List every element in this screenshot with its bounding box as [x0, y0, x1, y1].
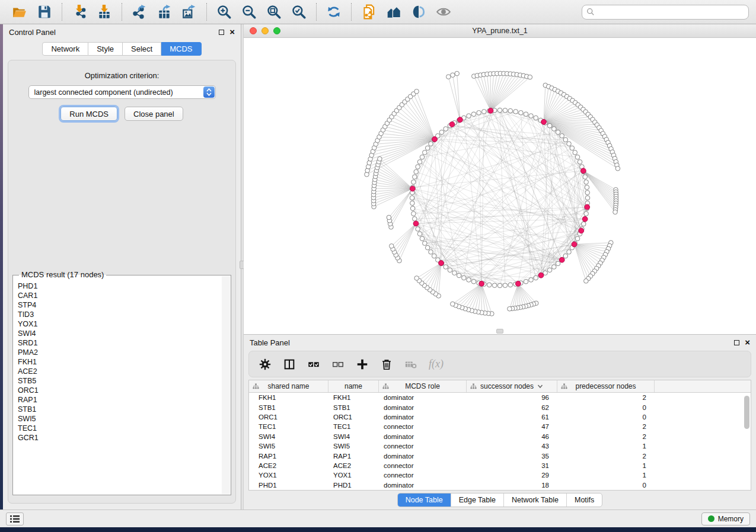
table-row[interactable]: SWI5SWI5connector431	[249, 441, 751, 451]
export-table-button[interactable]	[152, 2, 177, 22]
mcds-result-item[interactable]: YOX1	[18, 319, 231, 329]
column-header-predecessor-nodes[interactable]: predecessor nodes	[557, 380, 655, 392]
column-header-shared-name[interactable]: shared name	[249, 380, 328, 392]
zoom-in-button[interactable]	[212, 2, 237, 22]
show-hide-icon	[436, 4, 451, 20]
deselect-all-button[interactable]	[331, 358, 344, 371]
tab-style[interactable]: Style	[88, 42, 123, 56]
mcds-result-item[interactable]: STB5	[18, 376, 231, 386]
add-column-button[interactable]	[356, 358, 369, 371]
right-column: YPA_prune.txt_1 Table Panel × f(x)	[244, 24, 756, 509]
mcds-result-item[interactable]: TEC1	[18, 424, 231, 433]
import-network-button[interactable]	[67, 2, 92, 22]
toolbar-separator	[122, 3, 122, 21]
tab-network-table[interactable]: Network Table	[503, 493, 566, 507]
clone-network-button[interactable]	[356, 2, 381, 22]
import-table-button[interactable]	[92, 2, 117, 22]
zoom-selected-button[interactable]	[286, 2, 311, 22]
float-panel-icon[interactable]	[219, 30, 224, 35]
delete-column-button[interactable]	[380, 358, 393, 371]
mcds-result-item[interactable]: TID3	[18, 310, 231, 319]
mcds-result-item[interactable]: CAR1	[18, 291, 231, 300]
cell-predecessor-nodes: 1	[557, 443, 655, 450]
select-all-button[interactable]	[307, 358, 320, 371]
mcds-result-scrollbar[interactable]	[222, 276, 230, 494]
close-panel-button[interactable]: Close panel	[125, 107, 183, 121]
open-button[interactable]	[7, 2, 32, 22]
mcds-result-item[interactable]: STP4	[18, 300, 231, 310]
mcds-result-item[interactable]: PHD1	[18, 281, 231, 291]
optimization-label: Optimization criterion:	[85, 71, 160, 80]
export-network-button[interactable]	[127, 2, 152, 22]
refresh-button[interactable]	[321, 2, 346, 22]
mcds-result-item[interactable]: FKH1	[18, 357, 231, 367]
float-table-panel-icon[interactable]	[734, 340, 739, 345]
table-row[interactable]: ORC1ORC1dominator610	[249, 412, 751, 422]
toolbar-separator	[316, 3, 317, 21]
table-row[interactable]: YOX1YOX1connector291	[249, 470, 751, 480]
table-scrollbar-thumb[interactable]	[744, 396, 749, 429]
deselect-all-icon	[331, 358, 344, 371]
import-network-icon	[72, 4, 87, 20]
run-mcds-button[interactable]: Run MCDS	[60, 107, 117, 121]
show-hide-button[interactable]	[431, 2, 456, 22]
table-row[interactable]: RAP1RAP1dominator352	[249, 451, 751, 460]
toolbar-separator	[351, 3, 352, 21]
cell-name: ORC1	[328, 414, 379, 421]
mcds-result-item[interactable]: STB1	[18, 405, 231, 414]
cell-successor-nodes: 96	[467, 394, 557, 401]
graphics-details-button[interactable]	[406, 2, 431, 22]
tab-mcds[interactable]: MCDS	[161, 42, 201, 56]
network-graph[interactable]	[244, 38, 756, 334]
optimization-select[interactable]: largest connected component (undirected)	[28, 85, 216, 99]
task-history-button[interactable]	[6, 512, 24, 525]
tab-motifs[interactable]: Motifs	[566, 493, 602, 507]
search-input[interactable]	[595, 6, 744, 18]
tab-node-table[interactable]: Node Table	[398, 493, 451, 507]
column-header-MCDS-role[interactable]: MCDS role	[379, 380, 467, 392]
column-header-successor-nodes[interactable]: successor nodes	[467, 380, 557, 392]
tab-edge-table[interactable]: Edge Table	[451, 493, 503, 507]
attribute-icon	[561, 383, 567, 392]
close-panel-icon[interactable]: ×	[229, 29, 235, 35]
mcds-result-item[interactable]: SWI5	[18, 414, 231, 424]
network-canvas[interactable]	[244, 38, 756, 334]
canvas-grabber[interactable]	[496, 329, 503, 334]
cell-shared-name: SWI4	[249, 433, 328, 440]
table-row[interactable]: STB1STB1dominator620	[249, 402, 751, 412]
table-row[interactable]: ACE2ACE2connector311	[249, 461, 751, 470]
tab-select[interactable]: Select	[123, 42, 161, 56]
export-table-icon	[157, 4, 172, 20]
close-table-panel-icon[interactable]: ×	[745, 339, 750, 345]
mcds-result-item[interactable]: ORC1	[18, 386, 231, 395]
table-row[interactable]: TEC1TEC1connector472	[249, 422, 751, 431]
save-button[interactable]	[32, 2, 57, 22]
split-columns-button[interactable]	[283, 358, 296, 371]
mcds-result-item[interactable]: GCR1	[18, 433, 231, 443]
table-panel-title: Table Panel	[250, 338, 290, 347]
refresh-icon	[326, 4, 342, 20]
export-image-button[interactable]	[177, 2, 202, 22]
network-manager-button[interactable]	[381, 2, 406, 22]
tab-network[interactable]: Network	[42, 42, 88, 56]
mcds-result-item[interactable]: SRD1	[18, 338, 231, 348]
search-box[interactable]	[582, 5, 749, 20]
table-row[interactable]: FKH1FKH1dominator962	[249, 393, 751, 402]
settings-button[interactable]	[259, 358, 272, 371]
cell-shared-name: YOX1	[249, 472, 328, 479]
cell-shared-name: ACE2	[249, 462, 328, 469]
main-toolbar-groups	[7, 2, 456, 22]
table-row[interactable]: SWI4SWI4dominator462	[249, 432, 751, 441]
clone-network-icon	[361, 4, 377, 20]
zoom-out-button[interactable]	[237, 2, 261, 22]
memory-button[interactable]: Memory	[701, 512, 750, 525]
mcds-result-item[interactable]: SWI4	[18, 329, 231, 338]
mcds-result-item[interactable]: ACE2	[18, 367, 231, 376]
cell-name: SWI5	[328, 443, 379, 450]
select-stepper-icon	[203, 86, 215, 98]
column-header-name[interactable]: name	[328, 380, 379, 392]
zoom-fit-button[interactable]	[261, 2, 286, 22]
mcds-result-item[interactable]: RAP1	[18, 395, 231, 405]
table-row[interactable]: PHD1PHD1dominator180	[249, 480, 751, 490]
mcds-result-item[interactable]: PMA2	[18, 348, 231, 357]
